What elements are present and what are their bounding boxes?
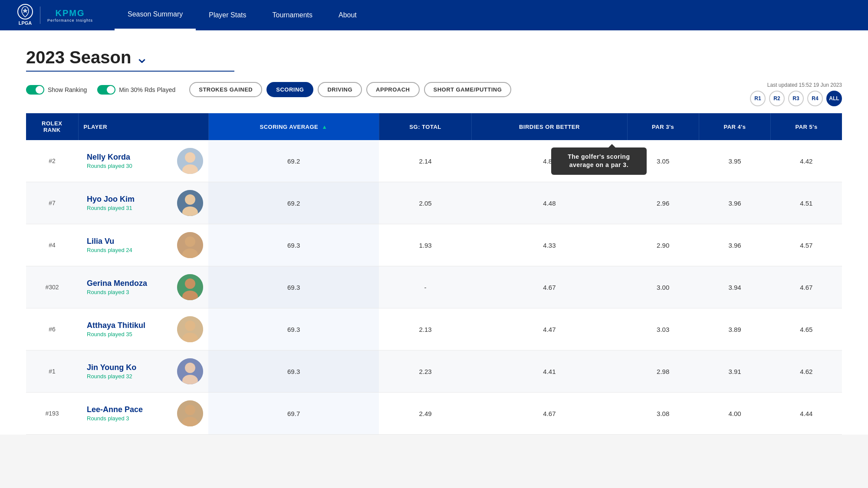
filter-driving[interactable]: DRIVING	[318, 82, 362, 97]
cell-scoring-avg: 69.3	[208, 308, 379, 350]
cell-sg-total: 2.14	[379, 140, 472, 182]
stats-table: ROLEXRANK PLAYER SCORING AVERAGE ▲ SG: T…	[26, 113, 842, 435]
player-name[interactable]: Lilia Vu	[87, 237, 177, 246]
cell-player: Lilia Vu Rounds played 24	[78, 224, 208, 266]
round-r3-button[interactable]: R3	[788, 91, 804, 106]
min-rounds-toggle[interactable]: Min 30% Rds Played	[97, 85, 175, 95]
logo-divider	[40, 7, 40, 24]
round-r4-button[interactable]: R4	[807, 91, 823, 106]
player-info: Lee-Anne Pace Rounds played 3	[87, 405, 177, 422]
player-name[interactable]: Lee-Anne Pace	[87, 405, 177, 414]
player-name[interactable]: Hyo Joo Kim	[87, 195, 177, 204]
show-ranking-toggle[interactable]: Show Ranking	[26, 85, 87, 95]
season-selector[interactable]: 2023 Season ⌄	[26, 48, 234, 72]
player-info: Nelly Korda Rounds played 30	[87, 153, 177, 169]
chevron-down-icon[interactable]: ⌄	[135, 49, 148, 67]
player-info: Jin Young Ko Rounds played 32	[87, 363, 177, 380]
avatar	[177, 190, 203, 216]
round-r1-button[interactable]: R1	[750, 91, 766, 106]
filter-strokes-gained[interactable]: STROKES GAINED	[189, 82, 262, 97]
player-rounds: Rounds played 3	[87, 415, 177, 422]
kpmg-sub: Performance Insights	[47, 18, 93, 23]
cell-par3: 2.96	[627, 182, 699, 224]
player-name[interactable]: Atthaya Thitikul	[87, 321, 177, 330]
svg-point-13	[185, 321, 195, 331]
round-all-button[interactable]: ALL	[826, 91, 842, 106]
toggle-group: Show Ranking Min 30% Rds Played	[26, 85, 175, 95]
filter-approach[interactable]: APPROACH	[366, 82, 419, 97]
player-rounds: Rounds played 35	[87, 331, 177, 337]
col-par5: PAR 5's	[771, 113, 842, 140]
player-name[interactable]: Jin Young Ko	[87, 363, 177, 372]
nav-tournaments[interactable]: Tournaments	[259, 0, 326, 30]
controls-row: Show Ranking Min 30% Rds Played STROKES …	[26, 82, 750, 97]
cell-sg-total: -	[379, 266, 472, 308]
cell-par4: 3.94	[699, 266, 770, 308]
filter-scoring[interactable]: SCORING	[266, 82, 313, 97]
cell-scoring-avg: 69.2	[208, 140, 379, 182]
cell-rank: #4	[26, 224, 78, 266]
table-row: #193 Lee-Anne Pace Rounds played 3	[26, 393, 842, 435]
filter-buttons: STROKES GAINED SCORING DRIVING APPROACH …	[189, 82, 750, 97]
nav-about[interactable]: About	[326, 0, 370, 30]
show-ranking-switch[interactable]	[26, 85, 44, 95]
cell-par3: 3.05	[627, 140, 699, 182]
table-row: #1 Jin Young Ko Rounds played 32	[26, 350, 842, 393]
col-scoring-avg[interactable]: SCORING AVERAGE ▲	[208, 113, 379, 140]
cell-scoring-avg: 69.3	[208, 224, 379, 266]
cell-par5: 4.51	[771, 182, 842, 224]
avatar	[177, 316, 203, 342]
col-par3[interactable]: PAR 3's The golfer's scoring average on …	[627, 113, 699, 140]
cell-scoring-avg: 69.3	[208, 266, 379, 308]
cell-par3: 3.03	[627, 308, 699, 350]
cell-par5: 4.67	[771, 266, 842, 308]
nav-player-stats[interactable]: Player Stats	[196, 0, 259, 30]
player-rounds: Rounds played 32	[87, 373, 177, 380]
cell-player: Nelly Korda Rounds played 30	[78, 140, 208, 182]
cell-birdies: 4.41	[472, 350, 627, 393]
cell-birdies: 4.67	[472, 393, 627, 435]
main-content: 2023 Season ⌄ Show Ranking Min 30% Rds P…	[0, 30, 868, 435]
cell-rank: #7	[26, 182, 78, 224]
cell-rank: #2	[26, 140, 78, 182]
lpga-icon	[17, 4, 33, 20]
table-row: #4 Lilia Vu Rounds played 24	[26, 224, 842, 266]
cell-rank: #302	[26, 266, 78, 308]
cell-par5: 4.65	[771, 308, 842, 350]
kpmg-logo: KPMG Performance Insights	[47, 8, 93, 23]
cell-par4: 3.91	[699, 350, 770, 393]
main-nav: Season Summary Player Stats Tournaments …	[115, 0, 370, 30]
cell-par4: 3.89	[699, 308, 770, 350]
cell-sg-total: 2.49	[379, 393, 472, 435]
avatar	[177, 358, 203, 384]
cell-par3: 2.90	[627, 224, 699, 266]
cell-par3: 3.00	[627, 266, 699, 308]
player-name[interactable]: Gerina Mendoza	[87, 279, 177, 288]
svg-point-10	[185, 278, 195, 289]
player-name[interactable]: Nelly Korda	[87, 153, 177, 162]
cell-rank: #193	[26, 393, 78, 435]
cell-rank: #6	[26, 308, 78, 350]
cell-birdies: 4.67	[472, 266, 627, 308]
avatar	[177, 400, 203, 426]
player-info: Lilia Vu Rounds played 24	[87, 237, 177, 253]
round-buttons: R1 R2 R3 R4 ALL	[750, 91, 842, 106]
cell-par5: 4.57	[771, 224, 842, 266]
filter-short-game[interactable]: SHORT GAME/PUTTING	[424, 82, 512, 97]
cell-birdies: 4.33	[472, 224, 627, 266]
round-r2-button[interactable]: R2	[769, 91, 785, 106]
min-rounds-label: Min 30% Rds Played	[119, 86, 175, 93]
lpga-text: LPGA	[19, 20, 32, 26]
lpga-logo: LPGA	[17, 4, 33, 26]
logos: LPGA KPMG Performance Insights	[17, 4, 93, 26]
player-rounds: Rounds played 31	[87, 205, 177, 211]
svg-point-7	[185, 236, 195, 247]
cell-scoring-avg: 69.2	[208, 182, 379, 224]
col-par4: PAR 4's	[699, 113, 770, 140]
cell-par4: 4.00	[699, 393, 770, 435]
min-rounds-switch[interactable]	[97, 85, 115, 95]
nav-season-summary[interactable]: Season Summary	[115, 0, 196, 30]
player-info: Atthaya Thitikul Rounds played 35	[87, 321, 177, 337]
cell-sg-total: 2.13	[379, 308, 472, 350]
round-controls: Last updated 15:52 19 Jun 2023 R1 R2 R3 …	[750, 82, 842, 106]
